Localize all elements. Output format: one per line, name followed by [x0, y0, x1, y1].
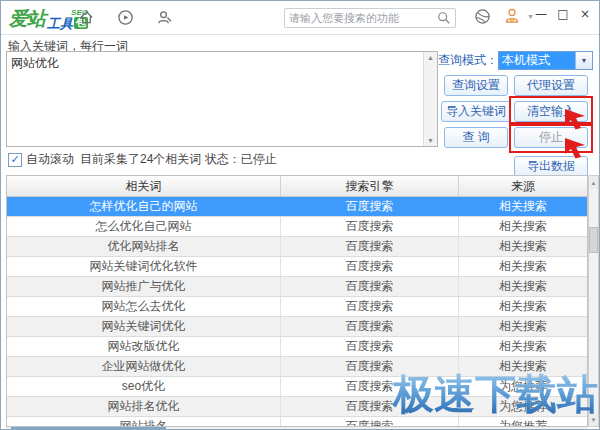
- keywords-textarea[interactable]: 网站优化: [7, 52, 423, 146]
- search-engine-cell: 百度搜索: [281, 237, 459, 256]
- autoscroll-label: 自动滚动: [26, 151, 74, 168]
- scroll-down-icon[interactable]: ▼: [427, 135, 434, 146]
- source-cell: 为您推荐: [459, 417, 587, 427]
- column-header-search-engine[interactable]: 搜索引擎: [281, 176, 459, 196]
- scroll-up-icon[interactable]: ▲: [427, 52, 434, 63]
- related-word-cell: 怎么优化自己网站: [7, 217, 281, 236]
- column-header-related-word[interactable]: 相关词: [7, 176, 281, 196]
- table-row[interactable]: 网站推广与优化 百度搜索 相关搜索: [7, 277, 587, 297]
- query-button[interactable]: 查 询: [444, 127, 508, 148]
- table-row[interactable]: 怎样优化自己的网站 百度搜索 相关搜索: [7, 197, 587, 217]
- browser-globe-icon[interactable]: [473, 7, 491, 25]
- search-engine-cell: 百度搜索: [281, 417, 459, 427]
- query-mode-label: 查询模式：: [438, 52, 498, 69]
- search-icon[interactable]: [435, 9, 453, 27]
- search-engine-cell: 百度搜索: [281, 337, 459, 356]
- table-vertical-scrollbar[interactable]: ▲ ▼: [588, 175, 599, 427]
- related-word-cell: 网站改版优化: [7, 337, 281, 356]
- source-cell: 为您推荐: [459, 397, 587, 416]
- source-cell: 相关搜索: [459, 217, 587, 236]
- query-mode-value: 本机模式: [499, 52, 575, 69]
- logo-gongju-text: 工具: [47, 17, 73, 30]
- table-row[interactable]: 网站关键词优化 百度搜索 相关搜索: [7, 317, 587, 337]
- app-window: 爱站 SEO 工具 包: [0, 0, 600, 430]
- results-table: 相关词 搜索引擎 来源 怎样优化自己的网站 百度搜索 相关搜索 怎么优化自己网站…: [6, 175, 588, 427]
- status-row: ✓ 自动滚动 目前采集了24个相关词 状态：已停止: [8, 151, 277, 168]
- related-word-cell: 网站排名优化: [7, 397, 281, 416]
- column-header-source[interactable]: 来源: [459, 176, 587, 196]
- function-search-box: [284, 8, 456, 28]
- table-row[interactable]: 网站关键词优化软件 百度搜索 相关搜索: [7, 257, 587, 277]
- chevron-down-icon[interactable]: ▼: [575, 52, 592, 69]
- related-word-cell: 网站推广与优化: [7, 277, 281, 296]
- query-settings-button[interactable]: 查询设置: [444, 75, 508, 96]
- window-controls: — □ ×: [533, 5, 593, 23]
- query-mode-select[interactable]: 本机模式 ▼: [498, 51, 593, 70]
- proxy-settings-button[interactable]: 代理设置: [514, 75, 588, 96]
- source-cell: 为您推荐: [459, 377, 587, 396]
- autoscroll-checkbox[interactable]: ✓: [8, 153, 22, 167]
- source-cell: 相关搜索: [459, 297, 587, 316]
- home-icon[interactable]: [77, 8, 95, 26]
- scroll-down-icon[interactable]: ▼: [589, 413, 598, 426]
- related-word-cell: 怎样优化自己的网站: [7, 197, 281, 216]
- search-engine-cell: 百度搜索: [281, 217, 459, 236]
- toolbar-icons: [77, 8, 173, 26]
- close-button[interactable]: ×: [577, 5, 593, 23]
- table-row[interactable]: 网站排名优化 百度搜索 为您推荐: [7, 397, 587, 417]
- search-engine-cell: 百度搜索: [281, 357, 459, 376]
- scrollbar-track[interactable]: [589, 189, 598, 413]
- search-engine-cell: 百度搜索: [281, 297, 459, 316]
- user-edit-icon[interactable]: [155, 8, 173, 26]
- source-cell: 相关搜索: [459, 317, 587, 336]
- titlebar-right-icons: ▼: [473, 7, 534, 25]
- scrollbar-thumb[interactable]: [589, 227, 598, 253]
- source-cell: 相关搜索: [459, 277, 587, 296]
- related-word-cell: 企业网站做优化: [7, 357, 281, 376]
- title-bar: 爱站 SEO 工具 包: [1, 1, 599, 35]
- import-keywords-button[interactable]: 导入关键词: [441, 101, 511, 122]
- search-engine-cell: 百度搜索: [281, 277, 459, 296]
- scroll-up-icon[interactable]: ▲: [589, 176, 598, 189]
- source-cell: 相关搜索: [459, 337, 587, 356]
- source-cell: 相关搜索: [459, 257, 587, 276]
- search-engine-cell: 百度搜索: [281, 377, 459, 396]
- annotation-arrow-icon: [564, 137, 588, 163]
- search-engine-cell: 百度搜索: [281, 197, 459, 216]
- source-cell: 相关搜索: [459, 237, 587, 256]
- table-row[interactable]: seo优化 百度搜索 为您推荐: [7, 377, 587, 397]
- maximize-button[interactable]: □: [555, 5, 571, 23]
- account-icon[interactable]: [503, 7, 521, 25]
- table-row[interactable]: 优化网站排名 百度搜索 相关搜索: [7, 237, 587, 257]
- table-row[interactable]: 怎么优化自己网站 百度搜索 相关搜索: [7, 217, 587, 237]
- minimize-button[interactable]: —: [533, 5, 549, 23]
- search-engine-cell: 百度搜索: [281, 317, 459, 336]
- related-word-cell: 网站关键词优化: [7, 317, 281, 336]
- source-cell: 相关搜索: [459, 357, 587, 376]
- related-word-cell: seo优化: [7, 377, 281, 396]
- collection-status-text: 目前采集了24个相关词 状态：已停止: [80, 151, 277, 168]
- checkbox-check-icon: ✓: [10, 154, 19, 165]
- related-word-cell: 网站关键词优化软件: [7, 257, 281, 276]
- keywords-scrollbar[interactable]: ▲ ▼: [423, 52, 437, 146]
- related-word-cell: 网站排名: [7, 417, 281, 427]
- table-row[interactable]: 网站改版优化 百度搜索 相关搜索: [7, 337, 587, 357]
- search-engine-cell: 百度搜索: [281, 257, 459, 276]
- table-row[interactable]: 网站排名 百度搜索 为您推荐: [7, 417, 587, 427]
- table-row[interactable]: 企业网站做优化 百度搜索 相关搜索: [7, 357, 587, 377]
- search-input[interactable]: [285, 12, 435, 24]
- annotation-arrow-icon: [564, 108, 588, 134]
- search-engine-cell: 百度搜索: [281, 397, 459, 416]
- related-word-cell: 网站怎么去优化: [7, 297, 281, 316]
- record-icon[interactable]: [116, 8, 134, 26]
- table-header: 相关词 搜索引擎 来源: [7, 176, 587, 197]
- keywords-input-wrap: 网站优化 ▲ ▼: [6, 51, 438, 147]
- table-row[interactable]: 网站怎么去优化 百度搜索 相关搜索: [7, 297, 587, 317]
- table-body: 怎样优化自己的网站 百度搜索 相关搜索 怎么优化自己网站 百度搜索 相关搜索 优…: [7, 197, 587, 427]
- query-mode-row: 查询模式： 本机模式 ▼: [438, 51, 593, 70]
- logo-aizhan-text: 爱站: [9, 6, 45, 32]
- source-cell: 相关搜索: [459, 197, 587, 216]
- related-word-cell: 优化网站排名: [7, 237, 281, 256]
